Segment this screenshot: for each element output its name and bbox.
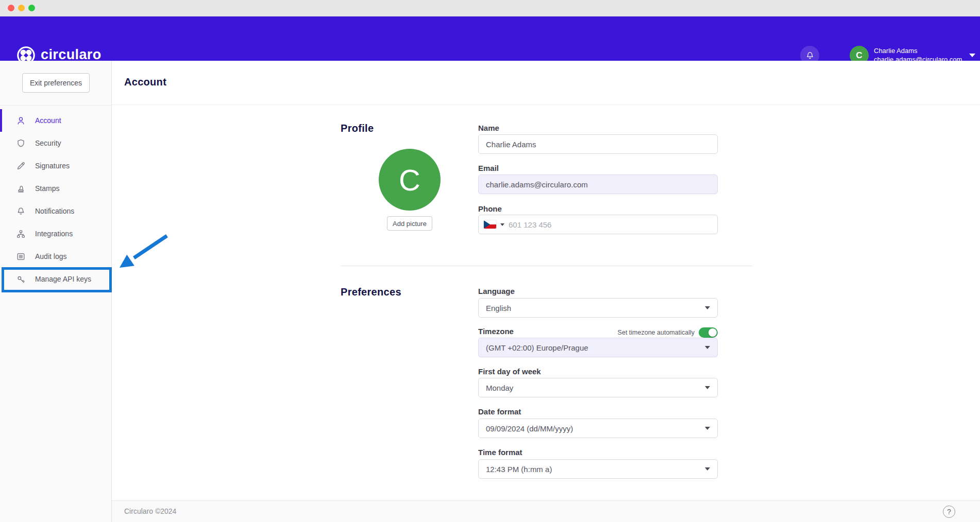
sidebar-item-label: Manage API keys: [35, 275, 91, 283]
language-value: English: [486, 304, 511, 312]
sidebar-item-manage-api-keys[interactable]: Manage API keys: [0, 268, 111, 290]
sidebar-item-stamps[interactable]: Stamps: [0, 177, 111, 200]
add-picture-button[interactable]: Add picture: [387, 216, 432, 231]
window-titlebar: [0, 0, 980, 16]
app-header: circularo C Charlie Adams charlie.adams@…: [0, 16, 980, 61]
list-icon: [15, 251, 26, 262]
active-indicator: [0, 109, 2, 132]
first-day-of-week-select[interactable]: Monday: [478, 378, 718, 397]
timezone-label: Timezone: [478, 327, 514, 336]
sidebar-nav: Account Security Signatures Stamps Notif…: [0, 109, 111, 290]
czech-flag-icon[interactable]: [484, 220, 496, 229]
sidebar-item-label: Notifications: [35, 207, 74, 215]
timezone-toggle-label: Set timezone automatically: [577, 329, 695, 336]
first-day-of-week-value: Monday: [486, 384, 513, 392]
help-button[interactable]: ?: [943, 506, 955, 518]
chevron-down-icon: [705, 346, 710, 349]
page-title: Account: [124, 76, 166, 88]
timezone-value: (GMT +02:00) Europe/Prague: [486, 343, 588, 352]
chevron-down-icon: [705, 467, 710, 471]
date-format-value: 09/09/2024 (dd/MM/yyyy): [486, 424, 573, 433]
sidebar-item-integrations[interactable]: Integrations: [0, 222, 111, 245]
integrations-icon: [15, 229, 26, 239]
sidebar-item-label: Signatures: [35, 162, 70, 170]
language-label: Language: [478, 287, 515, 295]
profile-avatar: C: [379, 149, 441, 211]
time-format-select[interactable]: 12:43 PM (h:mm a): [478, 459, 718, 479]
phone-label: Phone: [478, 204, 502, 213]
sidebar-item-security[interactable]: Security: [0, 132, 111, 154]
name-field[interactable]: [478, 134, 718, 154]
sidebar-item-label: Integrations: [35, 230, 73, 238]
set-timezone-automatically-toggle[interactable]: [699, 327, 718, 338]
footer: Circularo ©2024 ?: [112, 500, 980, 522]
sidebar-item-label: Audit logs: [35, 252, 66, 260]
timezone-select: (GMT +02:00) Europe/Prague: [478, 338, 718, 357]
section-divider: [341, 266, 753, 266]
bell-icon: [15, 206, 26, 217]
sidebar-item-label: Stamps: [35, 184, 59, 193]
sidebar-item-notifications[interactable]: Notifications: [0, 200, 111, 222]
profile-section-heading: Profile: [341, 123, 374, 134]
email-label: Email: [478, 164, 499, 172]
toggle-knob: [708, 328, 717, 337]
bell-icon: [805, 50, 815, 61]
page-header: Account: [112, 61, 980, 105]
pencil-icon: [15, 161, 26, 171]
email-field: [478, 175, 718, 194]
language-select[interactable]: English: [478, 298, 718, 318]
name-label: Name: [478, 124, 499, 132]
user-icon: [15, 115, 26, 126]
chevron-down-icon: [705, 306, 710, 309]
close-window-button[interactable]: [8, 5, 14, 11]
phone-field-wrapper: [478, 215, 718, 234]
shield-icon: [15, 138, 26, 149]
first-day-of-week-label: First day of week: [478, 367, 541, 376]
maximize-window-button[interactable]: [28, 5, 35, 11]
sidebar-item-audit-logs[interactable]: Audit logs: [0, 245, 111, 268]
sidebar-item-label: Security: [35, 139, 61, 147]
date-format-label: Date format: [478, 407, 521, 416]
app-window: circularo C Charlie Adams charlie.adams@…: [0, 0, 980, 522]
minimize-window-button[interactable]: [18, 5, 25, 11]
chevron-down-icon[interactable]: [500, 223, 504, 226]
sidebar-item-account[interactable]: Account: [0, 109, 111, 132]
user-name: Charlie Adams: [874, 47, 962, 55]
chevron-down-icon: [705, 427, 710, 430]
annotation-arrow-icon: [113, 231, 178, 275]
exit-preferences-button[interactable]: Exit preferences: [22, 73, 90, 93]
chevron-down-icon: [705, 386, 710, 389]
copyright-text: Circularo ©2024: [124, 507, 176, 515]
time-format-label: Time format: [478, 448, 522, 457]
date-format-select[interactable]: 09/09/2024 (dd/MM/yyyy): [478, 419, 718, 438]
preferences-section-heading: Preferences: [341, 286, 401, 298]
sidebar-item-signatures[interactable]: Signatures: [0, 154, 111, 177]
phone-field[interactable]: [509, 220, 712, 229]
sidebar-divider: [0, 105, 111, 106]
preferences-sidebar: Exit preferences Account Security Signat…: [0, 61, 112, 522]
sidebar-item-label: Account: [35, 116, 61, 125]
stamp-icon: [15, 183, 26, 194]
time-format-value: 12:43 PM (h:mm a): [486, 465, 552, 474]
key-icon: [15, 274, 26, 285]
chevron-down-icon: [969, 54, 975, 57]
